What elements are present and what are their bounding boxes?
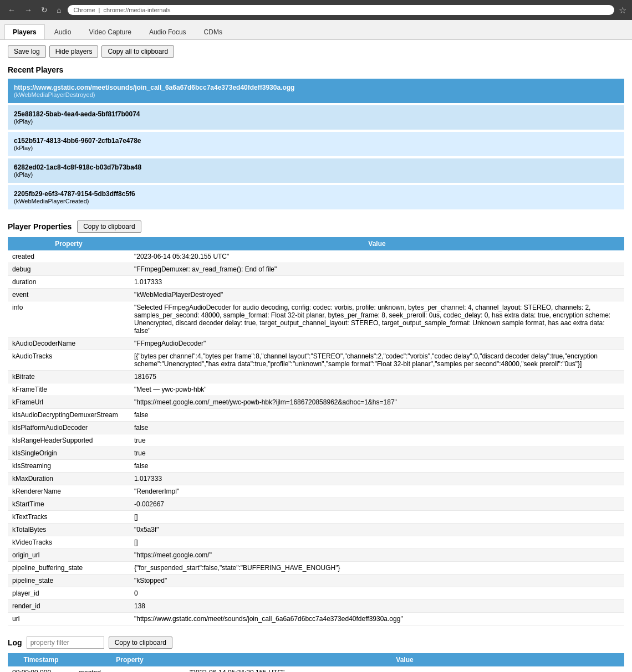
main-content: Save log Hide players Copy all to clipbo…: [0, 40, 632, 672]
properties-table: Property Value created"2023-06-14 05:34:…: [8, 237, 624, 625]
property-name: kRendererName: [8, 485, 130, 498]
property-value: []: [130, 536, 624, 549]
property-name: url: [8, 613, 130, 625]
property-name: created: [8, 250, 130, 263]
table-row: event"kWebMediaPlayerDestroyed": [8, 289, 624, 301]
property-name: kBitrate: [8, 371, 130, 383]
property-name: pipeline_buffering_state: [8, 562, 130, 574]
tab-audio[interactable]: Audio: [46, 24, 80, 39]
property-name: kMaxDuration: [8, 473, 130, 485]
browser-brand: Chrome: [73, 7, 95, 13]
property-name: info: [8, 301, 130, 337]
table-row: kAudioTracks[{"bytes per channel":4,"byt…: [8, 350, 624, 371]
property-name: kFrameTitle: [8, 383, 130, 396]
save-log-button[interactable]: Save log: [8, 45, 46, 58]
property-name: pipeline_state: [8, 574, 130, 587]
property-value: "Selected FFmpegAudioDecoder for audio d…: [130, 301, 624, 337]
player-item[interactable]: 6282ed02-1ac8-4c8f-918c-b03d7b73ba48 (kP…: [8, 158, 624, 183]
property-name: kTextTracks: [8, 511, 130, 524]
property-value: "RendererImpl": [130, 485, 624, 498]
property-value: false: [130, 409, 624, 422]
property-name: kFrameUrl: [8, 396, 130, 409]
bookmark-icon[interactable]: ☆: [619, 5, 626, 16]
property-name: kAudioTracks: [8, 350, 130, 371]
table-row: kAudioDecoderName"FFmpegAudioDecoder": [8, 337, 624, 350]
player-item-state: (kPlay): [14, 118, 618, 125]
table-row: kFrameUrl"https://meet.google.com/_meet/…: [8, 396, 624, 409]
property-value: -0.002667: [130, 498, 624, 511]
property-value: "kWebMediaPlayerDestroyed": [130, 289, 624, 301]
table-row: player_id0: [8, 587, 624, 600]
property-name: event: [8, 289, 130, 301]
property-value: []: [130, 511, 624, 524]
player-item[interactable]: c152b517-4813-4bb6-9607-2cfb1a7e478e (kP…: [8, 132, 624, 156]
log-col-property: Property: [74, 653, 185, 666]
log-header: Log Copy to clipboard: [8, 637, 624, 649]
table-row: kFrameTitle"Meet — ywc-powb-hbk": [8, 383, 624, 396]
property-name: kIsPlatformAudioDecoder: [8, 422, 130, 434]
property-value: 181675: [130, 371, 624, 383]
property-value: "https://www.gstatic.com/meet/sounds/joi…: [130, 613, 624, 625]
log-col-value: Value: [185, 653, 624, 666]
property-value: 0: [130, 587, 624, 600]
player-item[interactable]: 25e88182-5bab-4ea4-aeda-5bf81f7b0074 (kP…: [8, 105, 624, 130]
browser-actions: ☆: [619, 5, 626, 16]
table-row: kIsPlatformAudioDecoderfalse: [8, 422, 624, 434]
player-list: https://www.gstatic.com/meet/sounds/join…: [8, 79, 624, 209]
player-item[interactable]: 2205fb29-e6f3-4787-9154-5db3dff8c5f6 (kW…: [8, 185, 624, 209]
home-button[interactable]: ⌂: [54, 4, 63, 16]
back-button[interactable]: ←: [6, 4, 18, 16]
player-item[interactable]: https://www.gstatic.com/meet/sounds/join…: [8, 79, 624, 103]
property-value: "FFmpegDemuxer: av_read_frame(): End of …: [130, 263, 624, 276]
tab-audio-focus[interactable]: Audio Focus: [141, 24, 195, 39]
table-row: debug"FFmpegDemuxer: av_read_frame(): En…: [8, 263, 624, 276]
property-name: kTotalBytes: [8, 524, 130, 536]
browser-chrome: ← → ↻ ⌂ Chrome | chrome://media-internal…: [0, 0, 632, 20]
tab-players[interactable]: Players: [4, 24, 45, 39]
hide-players-button[interactable]: Hide players: [49, 45, 99, 58]
property-name: kIsAudioDecryptingDemuxerStream: [8, 409, 130, 422]
copy-properties-button[interactable]: Copy to clipboard: [77, 220, 141, 233]
player-item-id: c152b517-4813-4bb6-9607-2cfb1a7e478e: [14, 137, 618, 145]
property-value: false: [130, 460, 624, 473]
log-filter-input[interactable]: [27, 637, 104, 649]
recent-players-heading: Recent Players: [8, 65, 624, 74]
copy-all-button[interactable]: Copy all to clipboard: [101, 45, 174, 58]
log-timestamp: 00:00:00.000: [8, 666, 74, 672]
property-name: kVideoTracks: [8, 536, 130, 549]
table-row: kTextTracks[]: [8, 511, 624, 524]
property-name: kIsStreaming: [8, 460, 130, 473]
property-value: {"for_suspended_start":false,"state":"BU…: [130, 562, 624, 574]
player-item-id: https://www.gstatic.com/meet/sounds/join…: [14, 84, 618, 91]
table-row: kStartTime-0.002667: [8, 498, 624, 511]
properties-title: Player Properties: [8, 222, 72, 231]
forward-button[interactable]: →: [22, 4, 34, 16]
address-separator: |: [99, 7, 100, 13]
table-row: kIsSingleOrigintrue: [8, 447, 624, 460]
col-property-header: Property: [8, 237, 130, 250]
property-value: "https://meet.google.com/_meet/ywc-powb-…: [130, 396, 624, 409]
tab-cdms[interactable]: CDMs: [196, 24, 231, 39]
table-row: kVideoTracks[]: [8, 536, 624, 549]
property-value: true: [130, 434, 624, 447]
player-item-id: 2205fb29-e6f3-4787-9154-5db3dff8c5f6: [14, 190, 618, 198]
reload-button[interactable]: ↻: [39, 4, 50, 16]
log-copy-button[interactable]: Copy to clipboard: [109, 637, 172, 649]
properties-header: Player Properties Copy to clipboard: [8, 220, 624, 233]
table-row: created"2023-06-14 05:34:20.155 UTC": [8, 250, 624, 263]
log-row: 00:00:00.000created"2023-06-14 05:34:20.…: [8, 666, 624, 672]
player-item-id: 25e88182-5bab-4ea4-aeda-5bf81f7b0074: [14, 110, 618, 118]
property-name: kStartTime: [8, 498, 130, 511]
table-row: kIsStreamingfalse: [8, 460, 624, 473]
player-item-id: 6282ed02-1ac8-4c8f-918c-b03d7b73ba48: [14, 163, 618, 171]
toolbar: Save log Hide players Copy all to clipbo…: [8, 45, 624, 58]
address-url: chrome://media-internals: [103, 7, 170, 13]
property-value: true: [130, 447, 624, 460]
table-row: url"https://www.gstatic.com/meet/sounds/…: [8, 613, 624, 625]
tab-video-capture[interactable]: Video Capture: [80, 24, 140, 39]
address-bar[interactable]: Chrome | chrome://media-internals: [68, 5, 614, 15]
log-col-timestamp: Timestamp: [8, 653, 74, 666]
property-name: render_id: [8, 600, 130, 613]
property-value: 1.017333: [130, 473, 624, 485]
property-name: duration: [8, 276, 130, 289]
